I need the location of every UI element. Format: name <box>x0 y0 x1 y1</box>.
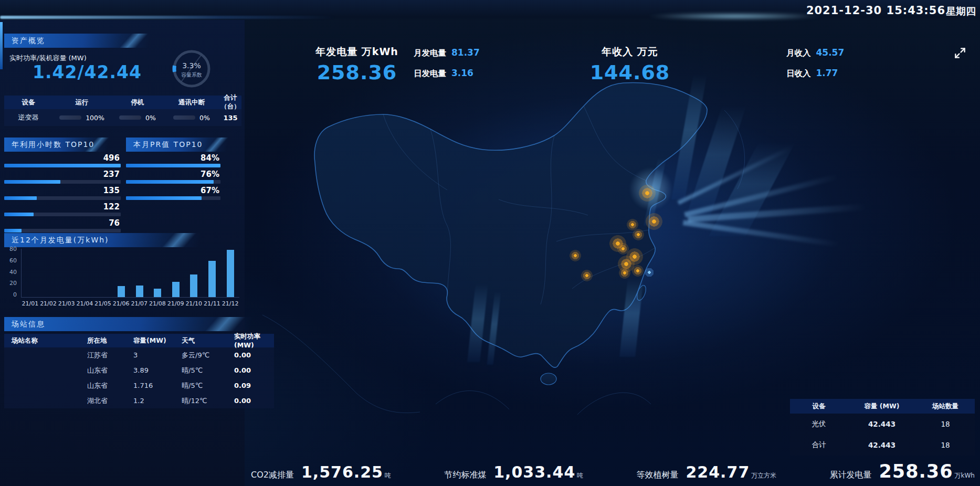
weekday-label: 星期四 <box>946 5 976 18</box>
china-map <box>262 68 845 415</box>
cell: 合计 <box>790 440 848 450</box>
month-label: 21/01 <box>22 300 38 307</box>
stat-label: CO2减排量 <box>251 470 294 481</box>
day-income-label: 日收入 <box>786 68 811 79</box>
stat-value: 1,033.44 <box>493 463 575 481</box>
x-axis-labels: 21/0121/0221/0321/0421/0521/0621/0721/08… <box>21 300 239 307</box>
bar-track <box>4 164 121 167</box>
left-edge-accent <box>0 22 3 69</box>
panel-title-asset-overview: 资产概览 <box>4 34 181 48</box>
month-income-label: 月收入 <box>786 48 811 59</box>
bar-value: 76 <box>4 218 121 228</box>
station-marker[interactable] <box>646 213 662 230</box>
kpi-income-side: 月收入 45.57 日收入 1.77 <box>786 47 844 88</box>
year-generation-label: 年发电量 万kWh <box>290 45 424 59</box>
y-axis-labels: 806040200 <box>4 246 17 298</box>
month-label: 21/04 <box>76 300 93 307</box>
summary-body: 光伏42.44318合计42.44318 <box>790 414 975 456</box>
col-capacity: 容量 (MW) <box>848 402 916 411</box>
col-running: 运行 <box>52 98 111 107</box>
cell: 3 <box>133 351 182 359</box>
cell: 0.00 <box>234 397 274 405</box>
month-label: 21/11 <box>204 300 220 307</box>
col-location: 所在地 <box>87 336 133 345</box>
day-income-value: 1.77 <box>816 68 838 78</box>
year-income-label: 年收入 万元 <box>563 45 697 59</box>
month-label: 21/06 <box>113 300 130 307</box>
cell: 1.2 <box>133 397 182 405</box>
cell: 光伏 <box>790 419 848 429</box>
station-row: 江苏省3多云/9℃0.00 <box>4 347 274 363</box>
running-pct: 100% <box>86 114 104 122</box>
station-marker[interactable] <box>619 267 630 279</box>
kpi-year-generation: 年发电量 万kWh 258.36 <box>290 45 424 84</box>
y-tick: 80 <box>9 246 17 252</box>
cell: 18 <box>916 420 975 428</box>
comm-lost-pct: 0% <box>199 114 210 122</box>
footer-stat: 等效植树量224.77万立方米 <box>636 463 776 481</box>
rank-bar-row: 135 <box>4 186 121 200</box>
y-tick: 40 <box>9 269 17 276</box>
month-bar-slot <box>81 249 89 297</box>
month-bar-slot <box>227 249 234 297</box>
rank-bar-row: 76 <box>4 218 121 233</box>
fullscreen-icon[interactable] <box>953 46 967 60</box>
y-tick: 0 <box>13 291 17 298</box>
station-marker[interactable] <box>570 250 581 261</box>
bar-track <box>126 180 220 184</box>
footer-stat: 累计发电量258.36万kWh <box>829 461 974 482</box>
rank-bar-row: 67% <box>126 186 220 200</box>
bar-track <box>4 180 121 184</box>
stat-label: 等效植树量 <box>636 470 678 481</box>
cell: 晴/5℃ <box>182 366 234 375</box>
panel-title-pr-top10: 本月PR值 TOP10 <box>126 138 249 152</box>
cell: 0.00 <box>234 351 274 359</box>
stat-value: 224.77 <box>686 463 750 481</box>
cell: 18 <box>916 441 975 449</box>
device-total: 135 <box>219 114 241 122</box>
hours-top10-chart: 49623713512276 <box>4 153 121 235</box>
footer-statistics: CO2减排量1,576.25吨节约标准煤1,033.44吨等效植树量224.77… <box>251 461 975 482</box>
station-marker[interactable] <box>581 270 593 281</box>
year-income-value: 144.68 <box>563 61 697 84</box>
month-bar <box>208 261 216 297</box>
device-table-header: 设备 运行 停机 通讯中断 合计（台） <box>4 96 241 109</box>
decor-light-streak <box>0 16 336 19</box>
station-table-header: 场站名称 所在地 容量(MW) 天气 实时功率(MW) <box>4 334 274 347</box>
dashboard: 2021-12-30 15:43:56 星期四 <box>0 0 980 486</box>
bar-fill <box>4 229 22 233</box>
col-stopped: 停机 <box>111 98 164 107</box>
bar-value: 237 <box>4 170 121 179</box>
gauge-value: 3.3% <box>182 61 201 70</box>
rank-bar-row: 122 <box>4 202 121 216</box>
capacity-factor-gauge: 3.3% 容量系数 <box>170 47 213 90</box>
col-station-count: 场站数量 <box>916 402 975 411</box>
month-label: 21/08 <box>149 300 166 307</box>
bar-value: 76% <box>126 170 220 179</box>
gauge-label: 容量系数 <box>181 72 202 78</box>
month-label: 21/09 <box>167 300 184 307</box>
rank-bar-row: 84% <box>126 153 220 167</box>
month-bar <box>227 250 234 297</box>
month-bar-slot <box>208 249 216 297</box>
bar-track <box>126 164 220 167</box>
cell: 多云/9℃ <box>182 351 234 360</box>
stat-value: 258.36 <box>879 461 953 482</box>
panel-title-monthly-generation: 近12个月发电量(万kWh) <box>4 233 243 247</box>
station-marker[interactable] <box>645 268 654 277</box>
month-label: 21/05 <box>94 300 111 307</box>
bar-track <box>126 196 220 200</box>
cell: 0.00 <box>234 366 274 374</box>
station-marker[interactable] <box>632 265 644 277</box>
station-marker[interactable] <box>633 229 644 240</box>
device-table-row: 逆变器 100% 0% 0% 135 <box>4 109 241 126</box>
day-generation-label: 日发电量 <box>414 68 446 79</box>
station-marker[interactable] <box>639 185 656 202</box>
stat-unit: 吨 <box>577 471 583 480</box>
bar-value: 84% <box>126 153 220 163</box>
col-station-name: 场站名称 <box>4 336 87 345</box>
running-progress-bar <box>59 115 81 120</box>
bar-fill <box>126 196 202 200</box>
stopped-pct: 0% <box>145 114 156 122</box>
bar-value: 496 <box>4 153 121 163</box>
